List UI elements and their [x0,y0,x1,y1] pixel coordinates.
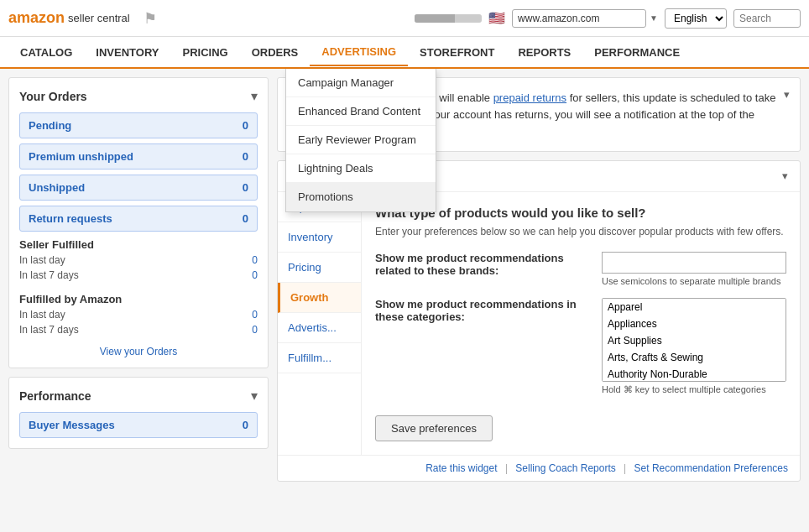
sc-categories-select[interactable]: Apparel Appliances Art Supplies Arts, Cr… [602,298,786,382]
order-item-pending[interactable]: Pending 0 [19,112,258,138]
dropdown-early-reviewer[interactable]: Early Reviewer Program [286,126,436,154]
left-sidebar: Your Orders ▾ Pending 0 Premium unshippe… [8,77,269,522]
buyer-messages-item[interactable]: Buyer Messages 0 [19,412,258,438]
seller-fulfilled-title: Seller Fulfilled [19,238,258,251]
save-preferences-button[interactable]: Save preferences [375,415,493,441]
nav-advertising[interactable]: ADVERTISING [310,39,408,66]
fba-lastday-row: In last day 0 [19,307,258,322]
dropdown-promotions[interactable]: Promotions [286,183,436,211]
option-appliances[interactable]: Appliances [603,316,786,332]
sc-tabs: Top Rec... Inventory Pricing Growth Adve… [278,192,362,456]
prepaid-returns-link[interactable]: prepaid returns [493,91,566,104]
tab-advertising[interactable]: Advertis... [278,313,361,343]
pending-label: Pending [29,119,71,132]
fba-lastday-value: 0 [252,309,258,321]
sf-last7-label: In last 7 days [19,269,79,281]
search-input[interactable] [733,9,801,28]
premium-label: Premium unshipped [29,150,133,163]
sc-brands-input[interactable] [602,252,786,274]
sf-last7-row: In last 7 days 0 [19,268,258,283]
your-orders-widget: Your Orders ▾ Pending 0 Premium unshippe… [8,77,269,368]
nav-orders[interactable]: ORDERS [240,39,311,65]
advertising-dropdown: Campaign Manager Enhanced Brand Content … [285,69,436,212]
sc-question: What type of products would you like to … [375,206,786,220]
sf-lastday-value: 0 [252,254,258,266]
nav-storefront[interactable]: STOREFRONT [408,39,506,65]
dropdown-enhanced-brand[interactable]: Enhanced Brand Content [286,97,436,126]
option-art-supplies[interactable]: Art Supplies [603,332,786,349]
sc-categories-row: Show me product recommendations in these… [375,298,786,395]
sc-brands-input-container: Use semicolons to separate multiple bran… [602,252,786,286]
url-input[interactable] [512,9,646,28]
sc-brands-row: Show me product recommendations related … [375,252,786,286]
sc-categories-label: Show me product recommendations in these… [375,298,593,323]
tab-growth[interactable]: Growth [278,283,361,313]
option-apparel[interactable]: Apparel [603,299,786,316]
fba-last7-label: In last 7 days [19,324,79,336]
option-authority[interactable]: Authority Non-Durable [603,366,786,382]
your-orders-header: Your Orders ▾ [19,88,258,104]
tab-inventory[interactable]: Inventory [278,222,361,253]
unshipped-label: Unshipped [29,181,85,194]
fba-last7-value: 0 [252,324,258,336]
progress-fill [415,14,455,23]
selling-coach-reports-link[interactable]: Selling Coach Reports [515,462,615,474]
progress-bar [415,14,482,23]
sf-lastday-row: In last day 0 [19,253,258,268]
sc-brands-label: Show me product recommendations related … [375,252,593,277]
nav-performance[interactable]: PERFORMANCE [582,39,692,65]
performance-header: Performance ▾ [19,388,258,404]
performance-widget: Performance ▾ Buyer Messages 0 [8,377,269,449]
sc-description: Enter your preferences below so we can h… [375,225,786,239]
nav-catalog[interactable]: CATALOG [8,39,84,65]
selling-coach-body: Top Rec... Inventory Pricing Growth Adve… [278,192,800,456]
amazon-logo-text: amazon [8,9,65,27]
dropdown-lightning-deals[interactable]: Lightning Deals [286,154,436,183]
premium-count: 0 [243,150,248,163]
buyer-messages-label: Buyer Messages [29,419,115,431]
pending-count: 0 [243,119,248,132]
your-orders-toggle[interactable]: ▾ [251,88,258,104]
order-item-unshipped[interactable]: Unshipped 0 [19,175,258,201]
nav-pricing[interactable]: PRICING [170,39,239,65]
view-orders-link[interactable]: View your Orders [19,346,258,357]
order-item-premium[interactable]: Premium unshipped 0 [19,143,258,170]
url-bar-container: ▼ [512,9,658,28]
sf-lastday-label: In last day [19,254,65,266]
sc-brands-hint: Use semicolons to separate multiple bran… [602,276,786,286]
set-recommendation-prefs-link[interactable]: Set Recommendation Preferences [634,462,788,474]
seller-central-label: seller central [68,12,130,24]
order-item-return[interactable]: Return requests 0 [19,206,258,232]
fba-lastday-label: In last day [19,309,65,321]
sc-categories-container: Apparel Appliances Art Supplies Arts, Cr… [602,298,786,395]
sc-categories-hint: Hold ⌘ key to select multiple categories [602,384,786,395]
language-select[interactable]: English [665,8,727,29]
performance-title: Performance [19,389,91,403]
sc-footer: Rate this widget | Selling Coach Reports… [278,455,800,481]
footer-sep1: | [505,462,508,474]
sc-brands-field: Show me product recommendations related … [375,252,786,286]
tab-pricing[interactable]: Pricing [278,253,361,283]
flag-icon: ⚑ [144,9,157,28]
dropdown-campaign-manager[interactable]: Campaign Manager [286,69,436,97]
return-count: 0 [243,212,248,225]
selling-coach-toggle[interactable]: ▾ [782,170,788,182]
nav-inventory[interactable]: INVENTORY [84,39,170,65]
amazon-logo: amazon seller central [8,9,130,27]
tab-fulfillment[interactable]: Fulfillm... [278,343,361,373]
sc-categories-field: Show me product recommendations in these… [375,298,786,395]
nav-reports[interactable]: REPORTS [506,39,582,65]
rate-widget-link[interactable]: Rate this widget [425,462,497,474]
option-arts-crafts[interactable]: Arts, Crafts & Sewing [603,349,786,366]
flag-emoji: 🇺🇸 [488,10,505,26]
main-nav: CATALOG INVENTORY PRICING ORDERS ADVERTI… [0,37,809,69]
sf-last7-value: 0 [252,269,258,281]
buyer-messages-count: 0 [243,419,248,431]
performance-toggle[interactable]: ▾ [251,388,258,404]
top-bar: amazon seller central ⚑ 🇺🇸 ▼ English [0,0,809,37]
return-label: Return requests [29,212,112,225]
footer-sep2: | [624,462,626,474]
url-arrow-icon: ▼ [650,13,658,23]
unshipped-count: 0 [243,181,248,194]
alert-toggle[interactable]: ▾ [784,88,790,101]
